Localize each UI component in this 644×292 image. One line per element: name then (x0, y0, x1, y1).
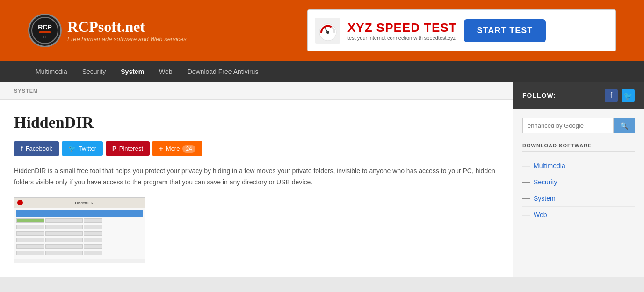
screenshot-titlebar: HiddenDIR (14, 198, 145, 208)
link-label: System (534, 195, 556, 202)
link-label: Security (534, 178, 557, 186)
twitter-icon: 🐦 (68, 145, 76, 152)
more-button[interactable]: + More 24 (152, 141, 202, 156)
content-area: SYSTEM HiddenDIR f Facebook 🐦 Twitter P … (0, 82, 513, 277)
table-row (16, 250, 143, 256)
sidebar-link-security[interactable]: — Security (522, 174, 635, 190)
link-label: Multimedia (534, 162, 565, 169)
twitter-button[interactable]: 🐦 Twitter (62, 141, 103, 156)
pinterest-button[interactable]: P Pinterest (106, 141, 150, 156)
cell (45, 231, 83, 236)
social-buttons: f Facebook 🐦 Twitter P Pinterest + More … (14, 141, 499, 156)
facebook-social-icon[interactable]: f (605, 89, 618, 102)
app-screenshot: HiddenDIR (14, 197, 145, 263)
link-label: Web (534, 211, 547, 219)
breadcrumb: SYSTEM (0, 82, 513, 100)
site-name: RCPsoft.net (67, 18, 187, 36)
search-button[interactable]: 🔍 (614, 118, 635, 133)
download-section-title: DOWNLOAD SOFTWARE (522, 143, 635, 152)
table-row (16, 231, 143, 236)
cell (84, 218, 102, 223)
cell (45, 244, 83, 249)
dash-icon: — (522, 178, 530, 186)
cell (84, 238, 102, 242)
cell (16, 231, 44, 236)
table-row (16, 244, 143, 249)
cell (16, 218, 44, 223)
table-row (16, 237, 143, 243)
table-row (16, 218, 143, 223)
main-layout: SYSTEM HiddenDIR f Facebook 🐦 Twitter P … (0, 82, 644, 277)
sidebar: FOLLOW: f 🐦 🔍 DOWNLOAD SOFTWARE — Multim… (513, 82, 644, 277)
cell (84, 251, 102, 256)
table-row (16, 224, 143, 230)
more-count: 24 (182, 145, 195, 153)
dash-icon: — (522, 194, 530, 203)
content-inner: HiddenDIR f Facebook 🐦 Twitter P Pintere… (0, 100, 513, 277)
screenshot-mockup: HiddenDIR (14, 198, 145, 263)
nav-item-web[interactable]: Web (152, 61, 180, 82)
logo-text: RCPsoft.net Free homemade software and W… (67, 18, 187, 43)
cell (16, 225, 44, 229)
more-label: More (166, 145, 180, 152)
twitter-social-icon[interactable]: 🐦 (622, 89, 635, 102)
facebook-icon: f (21, 145, 23, 153)
nav-item-antivirus[interactable]: Download Free Antivirus (180, 61, 266, 82)
speedtest-icon (315, 18, 340, 44)
table-header (16, 210, 143, 217)
sidebar-link-multimedia[interactable]: — Multimedia (522, 158, 635, 174)
facebook-label: Facebook (26, 145, 52, 152)
plus-icon: + (159, 145, 163, 153)
follow-label: FOLLOW: (522, 92, 556, 99)
sidebar-links: — Multimedia — Security — System — Web (522, 158, 635, 223)
cell (16, 251, 44, 256)
svg-text:IT: IT (43, 35, 47, 38)
dash-icon: — (522, 161, 530, 170)
cell (45, 225, 83, 229)
cell (45, 218, 83, 223)
speed-text: XYZ SPEED TEST test your internet connec… (347, 21, 457, 41)
logo-area: RCP IT RCPsoft.net Free homemade softwar… (28, 14, 187, 47)
nav-item-multimedia[interactable]: Multimedia (28, 61, 75, 82)
ad-banner[interactable]: XYZ SPEED TEST test your internet connec… (307, 9, 616, 51)
nav-item-system[interactable]: System (113, 61, 152, 82)
facebook-button[interactable]: f Facebook (14, 141, 59, 156)
sidebar-link-web[interactable]: — Web (522, 207, 635, 223)
app-title-text: HiddenDIR (27, 201, 142, 205)
ad-title: XYZ SPEED TEST (347, 21, 457, 35)
cell (45, 238, 83, 242)
cell (16, 238, 44, 242)
logo-icon: RCP IT (28, 14, 62, 47)
cell (84, 244, 102, 249)
dash-icon: — (522, 211, 530, 219)
search-input[interactable] (522, 118, 614, 133)
pinterest-icon: P (112, 145, 116, 152)
cell (84, 231, 102, 236)
close-btn-icon (17, 200, 23, 205)
nav-item-security[interactable]: Security (75, 61, 114, 82)
page-title: HiddenDIR (14, 114, 499, 131)
cell (16, 244, 44, 249)
sidebar-inner: 🔍 DOWNLOAD SOFTWARE — Multimedia — Secur… (513, 109, 644, 233)
social-icons: f 🐦 (605, 89, 635, 102)
cell (45, 251, 83, 256)
follow-bar: FOLLOW: f 🐦 (513, 82, 644, 109)
start-test-button[interactable]: START TEST (464, 19, 546, 42)
pinterest-label: Pinterest (119, 145, 143, 152)
twitter-label: Twitter (79, 145, 96, 152)
search-box: 🔍 (522, 118, 635, 133)
site-tagline: Free homemade software and Web services (67, 36, 187, 43)
screenshot-content (14, 208, 145, 259)
cell (84, 225, 102, 229)
ad-subtitle: test your internet connection with speed… (347, 35, 457, 41)
sidebar-link-system[interactable]: — System (522, 190, 635, 207)
search-icon: 🔍 (620, 122, 628, 130)
svg-rect-2 (39, 31, 51, 33)
svg-text:RCP: RCP (38, 23, 52, 31)
navigation: Multimedia Security System Web Download … (0, 61, 644, 82)
page-description: HiddenDIR is a small free tool that help… (14, 166, 499, 188)
header: RCP IT RCPsoft.net Free homemade softwar… (0, 0, 644, 61)
